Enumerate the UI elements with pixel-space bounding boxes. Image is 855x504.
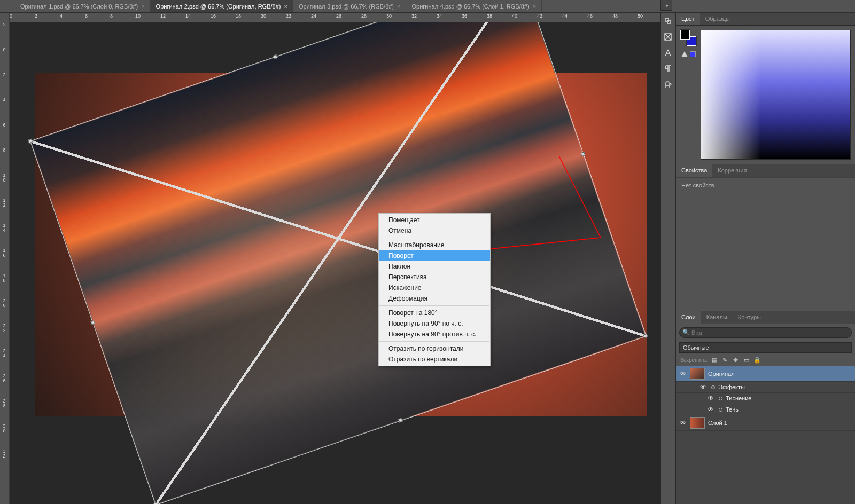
effect-dot-icon — [719, 408, 722, 412]
tab-adjustments[interactable]: Коррекция — [712, 164, 752, 177]
vertical-toolbar — [660, 13, 675, 504]
tab-swatches[interactable]: Образцы — [700, 13, 735, 25]
close-icon[interactable]: × — [284, 3, 287, 10]
ruler-corner — [0, 13, 10, 22]
effect-dot-icon — [711, 385, 715, 389]
color-field[interactable] — [701, 30, 851, 160]
vertical-ruler: 2024681 01 21 41 61 82 02 22 42 62 83 03… — [0, 22, 10, 504]
menu-item-4[interactable]: Поворот — [379, 250, 490, 261]
document-tab-2[interactable]: Оригинал-3.psd @ 66,7% (RGB/8#)× — [293, 0, 407, 12]
transform-icon[interactable] — [663, 32, 673, 42]
document-tab-label: Оригинал-3.psd @ 66,7% (RGB/8#) — [299, 3, 394, 10]
layers-lock-row: Закрепить: ▦ ✎ ✥ ▭ 🔒 — [676, 354, 855, 366]
document-tab-label: Оригинал-1.psd @ 66,7% (Слой 0, RGB/8#) — [20, 3, 138, 10]
menu-item-7[interactable]: Искажение — [379, 282, 490, 293]
visibility-icon[interactable]: 👁 — [707, 406, 714, 413]
visibility-icon[interactable]: 👁 — [707, 395, 714, 402]
layers-panel: Слои Каналы Контуры 🔍 Обычные Закрепить:… — [676, 311, 855, 504]
layer-row-1[interactable]: 👁Эффекты — [676, 382, 855, 393]
tab-channels[interactable]: Каналы — [701, 311, 733, 324]
blend-mode-select[interactable]: Обычные — [679, 342, 852, 353]
document-tabs: Оригинал-1.psd @ 66,7% (Слой 0, RGB/8#)×… — [0, 0, 855, 13]
glyphs-icon[interactable] — [663, 80, 673, 90]
menu-item-15[interactable]: Отразить по вертикали — [379, 354, 490, 365]
effect-dot-icon — [719, 397, 722, 400]
lock-brush-icon[interactable]: ✎ — [721, 356, 729, 364]
menu-item-0[interactable]: Помещает — [379, 215, 490, 225]
menu-item-12[interactable]: Повернуть на 90° против ч. с. — [379, 329, 490, 340]
menu-item-10[interactable]: Поворот на 180° — [379, 308, 490, 318]
lock-pixels-icon[interactable]: ▦ — [711, 356, 718, 364]
document-tab-1[interactable]: Оригинал-2.psd @ 66,7% (Оригинал, RGB/8#… — [151, 0, 293, 12]
close-icon[interactable]: × — [141, 3, 144, 10]
document-tab-3[interactable]: Оригинал-4.psd @ 66,7% (Слой 1, RGB/8#)× — [406, 0, 542, 12]
layer-row-4[interactable]: 👁Слой 1 — [676, 415, 855, 431]
layer-name: Слой 1 — [708, 420, 727, 426]
menu-item-3[interactable]: Масштабирование — [379, 240, 490, 250]
menu-separator — [379, 305, 489, 306]
tab-paths[interactable]: Контуры — [733, 311, 766, 324]
layer-thumbnail[interactable] — [690, 368, 705, 380]
close-icon[interactable]: × — [397, 3, 400, 10]
websafe-swatch[interactable] — [690, 51, 696, 57]
layer-name: Тиснение — [726, 395, 751, 401]
fg-bg-swatch[interactable] — [680, 30, 696, 46]
properties-panel: Свойства Коррекция Нет свойств — [676, 164, 855, 311]
menu-item-8[interactable]: Деформация — [379, 293, 490, 304]
swap-colors-icon[interactable] — [663, 16, 673, 26]
layer-row-3[interactable]: 👁Тень — [676, 404, 855, 415]
right-panels: Цвет Образцы Свойства Коррекция Нет свой… — [675, 13, 855, 504]
layer-thumbnail[interactable] — [690, 417, 705, 429]
layer-row-2[interactable]: 👁Тиснение — [676, 393, 855, 404]
menu-separator — [379, 341, 489, 342]
lock-label: Закрепить: — [680, 357, 708, 363]
visibility-icon[interactable]: 👁 — [679, 370, 687, 377]
search-icon: 🔍 — [682, 329, 690, 336]
layer-row-0[interactable]: 👁Оригинал — [676, 366, 855, 382]
document-tab-label: Оригинал-4.psd @ 66,7% (Слой 1, RGB/8#) — [411, 3, 529, 10]
layer-name: Тень — [726, 406, 739, 413]
tab-color[interactable]: Цвет — [676, 13, 700, 25]
visibility-icon[interactable]: 👁 — [679, 419, 687, 427]
properties-body: Нет свойств — [676, 177, 855, 311]
document-tab-0[interactable]: Оригинал-1.psd @ 66,7% (Слой 0, RGB/8#)× — [15, 0, 151, 12]
menu-separator — [379, 238, 489, 238]
gamut-warning-icon[interactable] — [681, 51, 688, 57]
menu-item-6[interactable]: Перспектива — [379, 272, 490, 282]
layer-name: Оригинал — [708, 371, 735, 377]
transform-context-menu: ПомещаетОтменаМасштабированиеПоворотНакл… — [378, 213, 491, 366]
lock-artboard-icon[interactable]: ▭ — [743, 356, 750, 364]
menu-item-5[interactable]: Наклон — [379, 261, 490, 272]
menu-item-14[interactable]: Отразить по горизонтали — [379, 343, 490, 354]
menu-item-1[interactable]: Отмена — [379, 225, 490, 236]
paragraph-icon[interactable] — [663, 64, 673, 74]
layers-filter-input[interactable] — [679, 327, 852, 338]
layer-name: Эффекты — [718, 384, 745, 390]
panels-collapse-grip[interactable]: ›› — [660, 0, 672, 11]
tab-layers[interactable]: Слои — [676, 311, 701, 324]
lock-position-icon[interactable]: ✥ — [732, 356, 740, 364]
lock-all-icon[interactable]: 🔒 — [753, 356, 761, 364]
layers-filter: 🔍 — [679, 327, 852, 338]
close-icon[interactable]: × — [533, 3, 536, 10]
color-panel: Цвет Образцы — [676, 13, 855, 164]
document-tab-label: Оригинал-2.psd @ 66,7% (Оригинал, RGB/8#… — [156, 3, 281, 10]
horizontal-ruler: 0246810121416182022242628303234363840424… — [10, 13, 657, 22]
menu-item-11[interactable]: Повернуть на 90° по ч. с. — [379, 318, 490, 329]
tab-properties[interactable]: Свойства — [676, 164, 712, 177]
canvas[interactable]: ПомещаетОтменаМасштабированиеПоворотНакл… — [10, 22, 660, 504]
visibility-icon[interactable]: 👁 — [699, 383, 707, 391]
type-icon[interactable] — [663, 48, 673, 58]
